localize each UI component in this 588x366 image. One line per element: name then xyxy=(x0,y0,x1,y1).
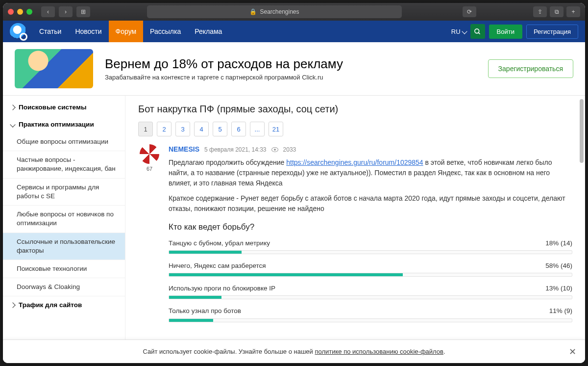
banner-title: Вернем до 18% от расходов на рекламу xyxy=(105,56,343,72)
sidebar-toggle-button[interactable]: ⊞ xyxy=(76,6,90,17)
window-controls[interactable] xyxy=(8,9,32,15)
lock-icon: 🔒 xyxy=(249,8,257,15)
page-2[interactable]: 2 xyxy=(157,122,172,136)
post-paragraph: Предлагаю продолжить обсуждение https://… xyxy=(169,157,572,188)
new-tab-button[interactable]: + xyxy=(566,6,580,17)
reload-button[interactable]: ⟳ xyxy=(463,6,476,17)
page-4[interactable]: 4 xyxy=(194,122,209,136)
poll-option[interactable]: Ничего, Яндекс сам разберется58% (46) xyxy=(169,261,572,277)
poll-option-label: Только узнал про ботов xyxy=(169,306,241,316)
cookie-banner: Сайт использует cookie-файлы. Узнайте бо… xyxy=(3,340,585,363)
poll-bar-fill xyxy=(169,319,213,322)
thread-title: Бот накрутка ПФ (прямые заходы, соц сети… xyxy=(138,104,572,115)
sidebar-item-selected[interactable]: Ссылочные и пользовательские факторы xyxy=(3,233,125,260)
register-button[interactable]: Регистрация xyxy=(526,25,578,39)
poll-option[interactable]: Танцую с бубном, убрал метрику18% (14) xyxy=(169,238,572,254)
sidebar-item[interactable]: Общие вопросы оптимизации xyxy=(3,133,125,151)
sidebar-item[interactable]: Поисковые технологии xyxy=(3,260,125,278)
forward-button[interactable]: › xyxy=(59,6,73,17)
views-icon xyxy=(271,147,278,152)
post-link[interactable]: https://searchengines.guru/ru/forum/1029… xyxy=(286,158,423,166)
sidebar-item[interactable]: Doorways & Cloaking xyxy=(3,278,125,296)
banner-subtitle: Зарабатывайте на контексте и таргете с п… xyxy=(105,74,343,81)
page-3[interactable]: 3 xyxy=(175,122,190,136)
address-bar[interactable]: 🔒 Searchengines xyxy=(147,5,402,18)
pagination: 1 2 3 4 5 6 ... 21 xyxy=(138,122,572,136)
tabs-button[interactable]: ⧉ xyxy=(550,6,564,17)
sidebar-group-traffic[interactable]: Трафик для сайтов xyxy=(3,296,125,314)
poll-option-label: Использую проги по блокировке IP xyxy=(169,284,275,293)
close-icon[interactable]: ✕ xyxy=(569,346,576,357)
search-button[interactable] xyxy=(470,24,485,39)
poll-option-stats: 13% (10) xyxy=(545,284,572,293)
browser-titlebar: ‹ › ⊞ 🔒 Searchengines ⟳ ⇪ ⧉ + xyxy=(3,3,585,21)
share-button[interactable]: ⇪ xyxy=(533,6,547,17)
sidebar-item[interactable]: Частные вопросы - ранжирование, индексац… xyxy=(3,151,125,178)
poll-option[interactable]: Только узнал про ботов11% (9) xyxy=(169,306,572,322)
url-text: Searchengines xyxy=(260,8,299,15)
login-button[interactable]: Войти xyxy=(489,25,522,39)
banner-cta-button[interactable]: Зарегистрироваться xyxy=(488,59,573,78)
poll-bar-fill xyxy=(169,296,221,299)
nav-ads[interactable]: Реклама xyxy=(188,21,229,42)
nav-newsletter[interactable]: Рассылка xyxy=(143,21,188,42)
minimize-window-icon[interactable] xyxy=(17,9,23,15)
chevron-right-icon xyxy=(10,302,15,308)
page-5[interactable]: 5 xyxy=(213,122,227,136)
chevron-down-icon xyxy=(10,122,15,127)
poll-option-stats: 58% (46) xyxy=(545,261,572,271)
promo-banner: Вернем до 18% от расходов на рекламу Зар… xyxy=(3,42,585,96)
nav-forum[interactable]: Форум xyxy=(109,21,144,42)
page-6[interactable]: 6 xyxy=(231,122,246,136)
chevron-down-icon xyxy=(462,28,467,34)
nav-news[interactable]: Новости xyxy=(68,21,108,42)
sidebar-item[interactable]: Сервисы и программы для работы с SE xyxy=(3,179,125,206)
site-logo[interactable] xyxy=(10,23,26,40)
user-karma: 67 xyxy=(138,166,161,172)
language-selector[interactable]: RU xyxy=(451,28,466,35)
poll-bar-track xyxy=(169,273,572,277)
cookie-policy-link[interactable]: политике по использованию cookie-файлов xyxy=(315,348,443,355)
scrollbar-thumb[interactable] xyxy=(580,99,584,163)
page-1[interactable]: 1 xyxy=(138,122,153,136)
svg-point-0 xyxy=(475,28,479,33)
close-window-icon[interactable] xyxy=(8,9,14,15)
forum-sidebar: Поисковые системы Практика оптимизации О… xyxy=(3,96,125,363)
forum-post: 67 NEMESIS 5 февраля 2021, 14:33 2033 Пр… xyxy=(138,144,572,329)
poll-bar-fill xyxy=(169,273,403,276)
back-button[interactable]: ‹ xyxy=(41,6,55,17)
poll-bar-track xyxy=(169,295,572,299)
poll-option[interactable]: Использую проги по блокировке IP13% (10) xyxy=(169,284,572,299)
banner-image xyxy=(15,49,93,88)
post-datetime: 5 февраля 2021, 14:33 xyxy=(204,145,267,154)
poll-option-stats: 11% (9) xyxy=(549,306,572,316)
user-avatar[interactable] xyxy=(140,144,159,164)
poll-bar-track xyxy=(169,250,572,254)
post-paragraph: Краткое содержание - Рунет ведет борьбу … xyxy=(169,193,572,214)
poll-option-stats: 18% (14) xyxy=(545,238,572,248)
poll-option-label: Ничего, Яндекс сам разберется xyxy=(169,261,266,271)
maximize-window-icon[interactable] xyxy=(26,9,32,15)
page-ellipsis: ... xyxy=(250,122,265,136)
post-author[interactable]: NEMESIS xyxy=(169,144,199,155)
sidebar-group-optimization[interactable]: Практика оптимизации xyxy=(3,116,125,133)
site-navbar: Статьи Новости Форум Рассылка Реклама RU… xyxy=(3,21,585,42)
page-last[interactable]: 21 xyxy=(269,122,283,136)
poll-bar-fill xyxy=(169,251,242,254)
sidebar-item[interactable]: Любые вопросы от новичков по оптимизации xyxy=(3,206,125,233)
poll-bar-track xyxy=(169,318,572,322)
chevron-right-icon xyxy=(10,105,15,110)
post-views: 2033 xyxy=(283,145,296,154)
sidebar-group-search-systems[interactable]: Поисковые системы xyxy=(3,99,125,116)
search-icon xyxy=(474,28,481,35)
poll-title: Кто как ведет борьбу? xyxy=(169,221,572,234)
thread-main: Бот накрутка ПФ (прямые заходы, соц сети… xyxy=(125,96,585,363)
poll-option-label: Танцую с бубном, убрал метрику xyxy=(169,238,270,248)
svg-line-1 xyxy=(478,32,480,34)
nav-articles[interactable]: Статьи xyxy=(32,21,68,42)
